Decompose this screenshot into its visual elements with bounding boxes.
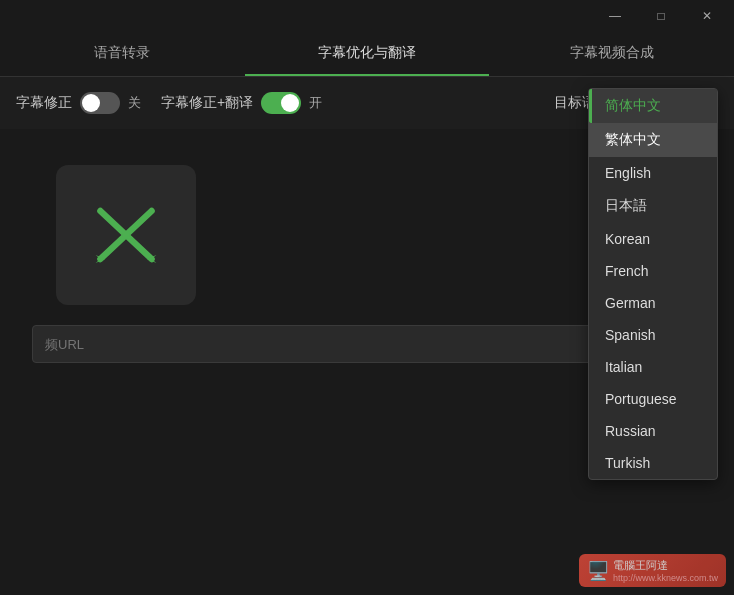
subtitle-fix-toggle[interactable]: [80, 92, 120, 114]
tab-bar: 语音转录 字幕优化与翻译 字幕视频合成: [0, 32, 734, 77]
titlebar: — □ ✕: [0, 0, 734, 32]
maximize-button[interactable]: □: [638, 0, 684, 32]
dropdown-item-english[interactable]: English: [589, 157, 717, 189]
watermark-brand: 電腦王阿達: [613, 558, 718, 573]
svg-line-3: [126, 235, 152, 259]
subtitle-translate-item: 字幕修正+翻译 开: [161, 92, 322, 114]
subtitle-fix-label: 字幕修正: [16, 94, 72, 112]
close-button[interactable]: ✕: [684, 0, 730, 32]
logo-area: [56, 165, 196, 305]
dropdown-item-french[interactable]: French: [589, 255, 717, 287]
tab-subtitle-video-synthesis[interactable]: 字幕视频合成: [489, 32, 734, 76]
dropdown-item-spanish[interactable]: Spanish: [589, 319, 717, 351]
dropdown-item-portuguese[interactable]: Portuguese: [589, 383, 717, 415]
scissors-icon: [86, 195, 166, 275]
dropdown-item-trad-chinese[interactable]: 繁体中文: [589, 123, 717, 157]
dropdown-item-russian[interactable]: Russian: [589, 415, 717, 447]
dropdown-item-japanese[interactable]: 日本語: [589, 189, 717, 223]
subtitle-fix-item: 字幕修正 关: [16, 92, 141, 114]
svg-line-2: [100, 235, 126, 259]
tab-subtitle-optimization[interactable]: 字幕优化与翻译: [245, 32, 490, 76]
subtitle-translate-toggle[interactable]: [261, 92, 301, 114]
subtitle-translate-state: 开: [309, 94, 322, 112]
subtitle-translate-label: 字幕修正+翻译: [161, 94, 253, 112]
dropdown-item-korean[interactable]: Korean: [589, 223, 717, 255]
svg-point-6: [122, 231, 130, 239]
watermark: 🖥️ 電腦王阿達 http://www.kknews.com.tw: [579, 554, 726, 587]
watermark-url: http://www.kknews.com.tw: [613, 573, 718, 583]
dropdown-item-simp-chinese[interactable]: 简体中文: [589, 89, 717, 123]
watermark-badge: 🖥️ 電腦王阿達 http://www.kknews.com.tw: [579, 554, 726, 587]
tab-speech-transcription[interactable]: 语音转录: [0, 32, 245, 76]
svg-line-0: [100, 211, 126, 235]
minimize-button[interactable]: —: [592, 0, 638, 32]
dropdown-item-italian[interactable]: Italian: [589, 351, 717, 383]
svg-line-1: [126, 211, 152, 235]
language-dropdown-menu: 简体中文繁体中文English日本語KoreanFrenchGermanSpan…: [588, 88, 718, 480]
dropdown-item-turkish[interactable]: Turkish: [589, 447, 717, 479]
dropdown-item-german[interactable]: German: [589, 287, 717, 319]
subtitle-fix-state: 关: [128, 94, 141, 112]
